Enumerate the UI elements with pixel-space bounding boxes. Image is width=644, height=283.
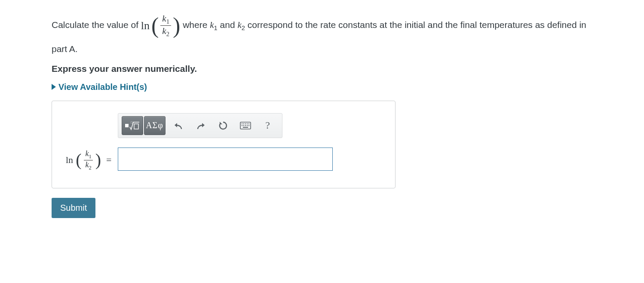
hints-label: View Available Hint(s) xyxy=(58,82,147,92)
svg-rect-8 xyxy=(248,123,249,124)
redo-button[interactable] xyxy=(190,116,212,135)
undo-icon xyxy=(173,121,184,130)
lhs-open-paren-icon: ( xyxy=(76,152,81,168)
and-text: and xyxy=(220,20,238,30)
answer-instruction: Express your answer numerically. xyxy=(52,64,592,74)
svg-rect-13 xyxy=(248,125,249,126)
svg-rect-9 xyxy=(242,125,242,126)
k1-var: k1 xyxy=(210,20,218,30)
k2-var: k2 xyxy=(237,20,245,30)
equation-toolbar: □ ΑΣφ xyxy=(118,113,282,138)
lhs-denominator: k2 xyxy=(84,160,92,171)
fraction-denominator: k2 xyxy=(160,26,171,37)
inline-expression: ln ( k1 k2 ) xyxy=(141,13,181,39)
undo-button[interactable] xyxy=(168,116,189,135)
view-hints-link[interactable]: View Available Hint(s) xyxy=(52,82,147,92)
question-text: Calculate the value of ln ( k1 k2 ) wher… xyxy=(52,13,592,59)
help-label: ? xyxy=(265,120,270,131)
fraction: k1 k2 xyxy=(160,14,171,38)
svg-rect-7 xyxy=(247,123,248,124)
lhs-expression: ln ( k1 k2 ) = xyxy=(61,149,112,170)
submit-button[interactable]: Submit xyxy=(52,198,95,218)
svg-rect-4 xyxy=(242,123,242,124)
triangle-right-icon xyxy=(52,84,56,90)
answer-box: ln ( k1 k2 ) = □ ΑΣφ xyxy=(52,101,396,188)
svg-rect-11 xyxy=(245,125,246,126)
greek-label: ΑΣφ xyxy=(146,120,163,130)
greek-symbols-button[interactable]: ΑΣφ xyxy=(144,116,166,135)
rhs-column: □ ΑΣφ xyxy=(118,113,333,171)
help-button[interactable]: ? xyxy=(257,116,279,135)
svg-rect-0 xyxy=(125,124,129,127)
close-paren-icon: ) xyxy=(173,16,180,35)
lhs-fraction: k1 k2 xyxy=(84,149,92,170)
reset-button[interactable] xyxy=(212,116,234,135)
lhs-ln: ln xyxy=(66,154,73,166)
keyboard-button[interactable] xyxy=(235,116,256,135)
lhs-close-paren-icon: ) xyxy=(95,152,101,168)
redo-icon xyxy=(196,121,206,130)
lhs-numerator: k1 xyxy=(84,149,92,160)
submit-label: Submit xyxy=(60,203,87,212)
reset-icon xyxy=(218,121,228,130)
question-mid-1: where xyxy=(183,20,210,30)
svg-rect-6 xyxy=(245,123,246,124)
svg-rect-2 xyxy=(134,124,138,129)
answer-input[interactable] xyxy=(118,148,333,171)
svg-rect-12 xyxy=(247,125,248,126)
svg-rect-5 xyxy=(243,123,244,124)
ln-symbol: ln xyxy=(141,13,150,39)
svg-rect-14 xyxy=(243,127,248,128)
question-prefix: Calculate the value of xyxy=(52,20,141,30)
fraction-numerator: k1 xyxy=(160,14,171,26)
open-paren-icon: ( xyxy=(151,16,159,35)
templates-button[interactable]: □ xyxy=(122,116,143,135)
equals-sign: = xyxy=(106,154,111,166)
keyboard-icon xyxy=(240,122,251,129)
svg-rect-10 xyxy=(243,125,244,126)
template-root-icon: □ xyxy=(125,120,140,131)
